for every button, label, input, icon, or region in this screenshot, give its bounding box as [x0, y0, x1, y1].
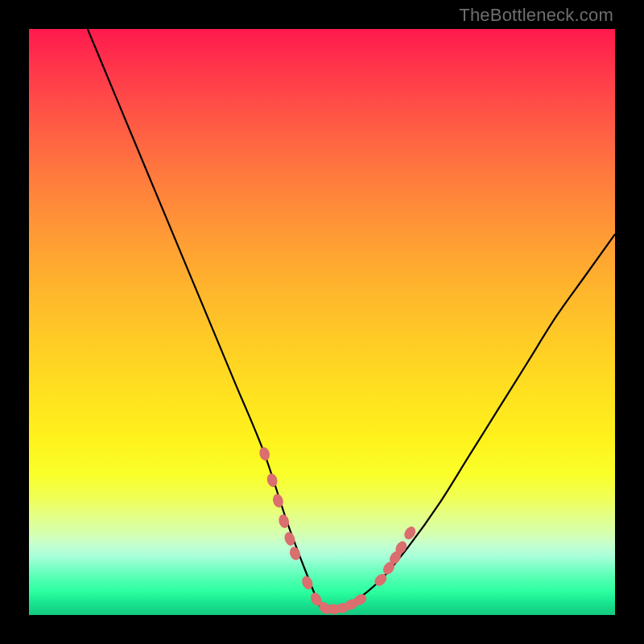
- curve-marker: [266, 473, 279, 489]
- curve-markers: [258, 446, 418, 617]
- curve-marker: [258, 446, 271, 462]
- curve-marker: [288, 545, 302, 561]
- bottleneck-curve: [88, 29, 615, 610]
- bottleneck-curve-svg: [29, 29, 615, 615]
- watermark-text: TheBottleneck.com: [459, 5, 613, 26]
- chart-plot-area: [29, 29, 615, 615]
